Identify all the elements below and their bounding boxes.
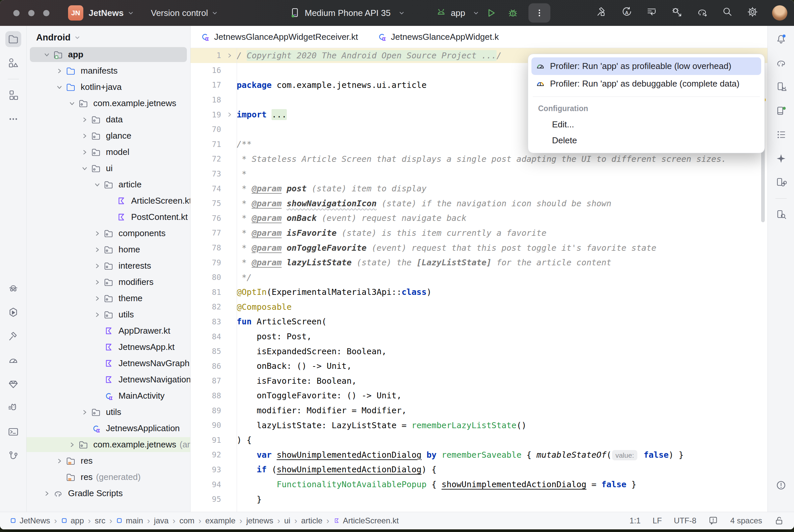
- app-inspection-tool-button[interactable]: [5, 376, 21, 392]
- chevron-right-icon[interactable]: [40, 490, 53, 497]
- device-mirroring-tool-button[interactable]: [773, 174, 789, 190]
- logcat-tool-button[interactable]: [5, 400, 21, 416]
- editor-tab[interactable]: JetnewsGlanceAppWidgetReceiver.kt: [190, 26, 367, 48]
- fold-arrow-icon[interactable]: [222, 52, 237, 59]
- breadcrumb-item[interactable]: example: [205, 516, 236, 525]
- tree-row[interactable]: res(generated): [26, 469, 190, 485]
- tree-row[interactable]: JetnewsApplication: [26, 420, 190, 436]
- gradle-sync-button[interactable]: [697, 6, 708, 20]
- tree-row[interactable]: components: [26, 225, 190, 242]
- gemini-tool-button[interactable]: [773, 151, 789, 167]
- fold-arrow-icon[interactable]: [222, 111, 237, 118]
- build-tool-button[interactable]: [5, 328, 21, 344]
- code-line[interactable]: 95 }: [190, 492, 768, 507]
- chevron-right-icon[interactable]: [91, 246, 104, 253]
- tree-row[interactable]: PostContent.kt: [26, 209, 190, 225]
- chevron-right-icon[interactable]: [91, 279, 104, 286]
- popup-item[interactable]: Profiler: Run 'app' as debuggable (compl…: [532, 75, 761, 93]
- tree-row[interactable]: JetnewsNavigation: [26, 372, 190, 388]
- chevron-down-icon[interactable]: [66, 100, 78, 107]
- debug-button[interactable]: [507, 7, 518, 19]
- code-line[interactable]: 81@OptIn(ExperimentalMaterial3Api::class…: [190, 285, 768, 300]
- run-button[interactable]: [485, 7, 497, 19]
- device-manager-tool-button[interactable]: [773, 79, 789, 95]
- chevron-right-icon[interactable]: [66, 441, 78, 448]
- gradle-tool-button[interactable]: [773, 55, 789, 71]
- code-line[interactable]: 80 */: [190, 270, 768, 285]
- tree-row[interactable]: utils: [26, 306, 190, 323]
- tree-row[interactable]: utils: [26, 404, 190, 420]
- build-variants-tool-button[interactable]: [5, 87, 21, 103]
- breadcrumb-item[interactable]: java: [154, 516, 169, 525]
- breadcrumb-item[interactable]: article: [301, 516, 322, 525]
- attach-debugger-button[interactable]: [671, 6, 682, 20]
- code-line[interactable]: 84 post: Post,: [190, 329, 768, 344]
- code-line[interactable]: 76 * @param onBack (event) request navig…: [190, 211, 768, 226]
- device-selector[interactable]: Medium Phone API 35: [290, 7, 405, 19]
- popup-action[interactable]: Edit...: [532, 116, 761, 132]
- tree-row[interactable]: home: [26, 242, 190, 258]
- editor-tab[interactable]: JetnewsGlanceAppWidget.k: [367, 26, 508, 48]
- tree-row[interactable]: interests: [26, 258, 190, 274]
- project-logo[interactable]: JN: [68, 5, 83, 21]
- code-line[interactable]: 79 * @param lazyListState (state) the [L…: [190, 255, 768, 270]
- tree-row[interactable]: Gradle Scripts: [26, 485, 190, 501]
- unlock-icon[interactable]: [774, 516, 784, 526]
- tree-row[interactable]: modifiers: [26, 274, 190, 290]
- code-line[interactable]: 77 * @param isFavorite (state) is this i…: [190, 226, 768, 241]
- breadcrumb-item[interactable]: ArticleScreen.kt: [333, 516, 399, 525]
- run-configuration-selector[interactable]: app: [436, 7, 479, 19]
- tree-row[interactable]: JetnewsNavGraph.: [26, 355, 190, 372]
- tree-row[interactable]: AppDrawer.kt: [26, 323, 190, 339]
- tree-row[interactable]: ArticleScreen.kt: [26, 193, 190, 209]
- breadcrumb-item[interactable]: ui: [284, 516, 291, 525]
- more-tools-tool-button[interactable]: [5, 111, 21, 127]
- build-hammer-button[interactable]: [595, 6, 607, 20]
- code-line[interactable]: 78 * @param onToggleFavorite (event) req…: [190, 241, 768, 255]
- breadcrumb-item[interactable]: src: [95, 516, 105, 525]
- breadcrumb-item[interactable]: jetnews: [246, 516, 273, 525]
- tree-row[interactable]: article: [26, 176, 190, 193]
- popup-action[interactable]: Delete: [532, 132, 761, 148]
- chevron-down-icon[interactable]: [78, 165, 91, 172]
- tree-row[interactable]: data: [26, 111, 190, 128]
- code-line[interactable]: 74 * @param post (state) item to display: [190, 181, 768, 196]
- tree-row[interactable]: kotlin+java: [26, 79, 190, 95]
- chevron-right-icon[interactable]: [91, 295, 104, 302]
- notifications-tool-button[interactable]: [773, 31, 789, 47]
- chevron-down-icon[interactable]: [91, 182, 104, 188]
- popup-item[interactable]: Profiler: Run 'app' as profileable (low …: [532, 57, 761, 75]
- version-control-tool-button[interactable]: [5, 448, 21, 464]
- tree-row[interactable]: model: [26, 144, 190, 160]
- minimize-window-icon[interactable]: [28, 10, 35, 16]
- chevron-right-icon[interactable]: [78, 409, 91, 416]
- chevron-right-icon[interactable]: [78, 149, 91, 155]
- code-line[interactable]: 85 isExpandedScreen: Boolean,: [190, 344, 768, 359]
- tree-row[interactable]: theme: [26, 290, 190, 306]
- device-explorer-tool-button[interactable]: [773, 207, 789, 223]
- app-quality-insights-tool-button[interactable]: [5, 281, 21, 297]
- tree-row[interactable]: JetnewsApp.kt: [26, 339, 190, 355]
- tree-row[interactable]: res: [26, 453, 190, 469]
- breadcrumb-item[interactable]: main: [116, 516, 143, 525]
- tree-row[interactable]: com.example.jetnews: [26, 95, 190, 111]
- code-line[interactable]: 83fun ArticleScreen(: [190, 315, 768, 329]
- code-line[interactable]: 82@Composable: [190, 300, 768, 315]
- close-window-icon[interactable]: [13, 10, 20, 16]
- problems-tool-button[interactable]: [773, 477, 789, 493]
- more-run-options-button[interactable]: [529, 3, 550, 22]
- code-line[interactable]: 86 onBack: () -> Unit,: [190, 359, 768, 374]
- apply-changes-button[interactable]: A: [621, 6, 632, 20]
- tree-row[interactable]: glance: [26, 128, 190, 144]
- encoding-widget[interactable]: UTF-8: [674, 516, 697, 525]
- profiler-tool-button[interactable]: [5, 352, 21, 368]
- breadcrumb-item[interactable]: app: [61, 516, 84, 525]
- code-line[interactable]: 87 isFavorite: Boolean,: [190, 374, 768, 388]
- chevron-right-icon[interactable]: [91, 263, 104, 269]
- zoom-window-icon[interactable]: [43, 10, 50, 16]
- terminal-tool-button[interactable]: [5, 424, 21, 440]
- code-line[interactable]: 72 * Stateless Article Screen that displ…: [190, 152, 768, 167]
- indent-widget[interactable]: 4 spaces: [730, 516, 762, 525]
- macos-window-controls[interactable]: [13, 10, 50, 16]
- chevron-right-icon[interactable]: [91, 230, 104, 237]
